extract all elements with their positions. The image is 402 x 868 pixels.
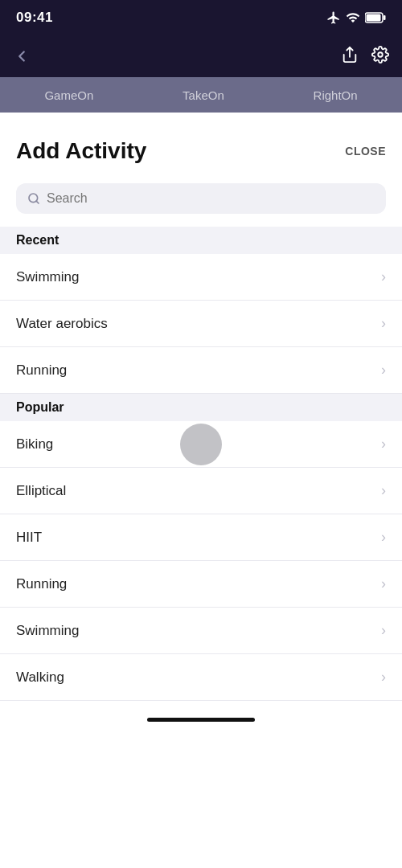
search-container	[0, 177, 402, 227]
svg-rect-2	[384, 15, 386, 20]
svg-line-6	[36, 201, 39, 203]
tab-righton[interactable]: RightOn	[314, 88, 358, 102]
list-item-label: Water aerobics	[16, 316, 108, 332]
list-item-label: Walking	[16, 669, 64, 686]
back-button[interactable]	[13, 47, 31, 65]
chevron-right-icon: ›	[381, 482, 386, 499]
list-item-label: Biking	[16, 436, 53, 452]
chevron-right-icon: ›	[381, 315, 386, 332]
svg-rect-1	[367, 14, 381, 22]
list-item-label: Swimming	[16, 623, 79, 639]
list-item[interactable]: Biking ›	[0, 421, 402, 468]
home-bar	[147, 718, 255, 722]
chevron-right-icon: ›	[381, 669, 386, 686]
tab-gameon[interactable]: GameOn	[44, 88, 93, 102]
status-time: 09:41	[16, 10, 53, 26]
chevron-right-icon: ›	[381, 436, 386, 452]
list-item[interactable]: Walking ›	[0, 654, 402, 701]
touch-indicator	[180, 424, 222, 465]
white-gap	[0, 113, 402, 119]
chevron-right-icon: ›	[381, 575, 386, 592]
chevron-right-icon: ›	[381, 529, 386, 546]
recent-section-title: Recent	[16, 233, 59, 247]
search-icon	[27, 192, 40, 205]
tab-takeon[interactable]: TakeOn	[183, 88, 224, 102]
status-bar: 09:41	[0, 0, 402, 35]
close-button[interactable]: CLOSE	[345, 145, 386, 158]
page-title: Add Activity	[16, 138, 146, 164]
list-item[interactable]: Swimming ›	[0, 608, 402, 654]
chevron-right-icon: ›	[381, 622, 386, 639]
search-input[interactable]	[47, 191, 375, 206]
list-item-label: Running	[16, 362, 67, 379]
share-button[interactable]	[341, 46, 359, 67]
nav-bar	[0, 35, 402, 77]
list-item[interactable]: HIIT ›	[0, 514, 402, 561]
list-item[interactable]: Elliptical ›	[0, 468, 402, 514]
home-indicator	[0, 701, 402, 728]
settings-button[interactable]	[371, 46, 389, 67]
activity-header: Add Activity CLOSE	[0, 119, 402, 177]
chevron-right-icon: ›	[381, 268, 386, 285]
list-item[interactable]: Water aerobics ›	[0, 301, 402, 347]
list-item-label: HIIT	[16, 530, 42, 546]
list-item[interactable]: Swimming ›	[0, 254, 402, 301]
list-item-label: Swimming	[16, 269, 79, 285]
battery-icon	[365, 12, 386, 23]
chevron-right-icon: ›	[381, 362, 386, 379]
popular-section-header: Popular	[0, 394, 402, 421]
list-item[interactable]: Running ›	[0, 561, 402, 608]
status-icons	[326, 10, 386, 25]
wifi-icon	[346, 10, 360, 25]
search-input-wrapper	[16, 183, 386, 214]
recent-section-header: Recent	[0, 227, 402, 254]
list-item-label: Running	[16, 576, 67, 592]
svg-point-4	[378, 52, 383, 57]
airplane-icon	[326, 10, 341, 25]
tab-bar: GameOn TakeOn RightOn	[0, 77, 402, 113]
nav-actions	[341, 46, 389, 67]
list-item-label: Elliptical	[16, 483, 66, 499]
popular-section-title: Popular	[16, 400, 64, 414]
list-item[interactable]: Running ›	[0, 347, 402, 394]
